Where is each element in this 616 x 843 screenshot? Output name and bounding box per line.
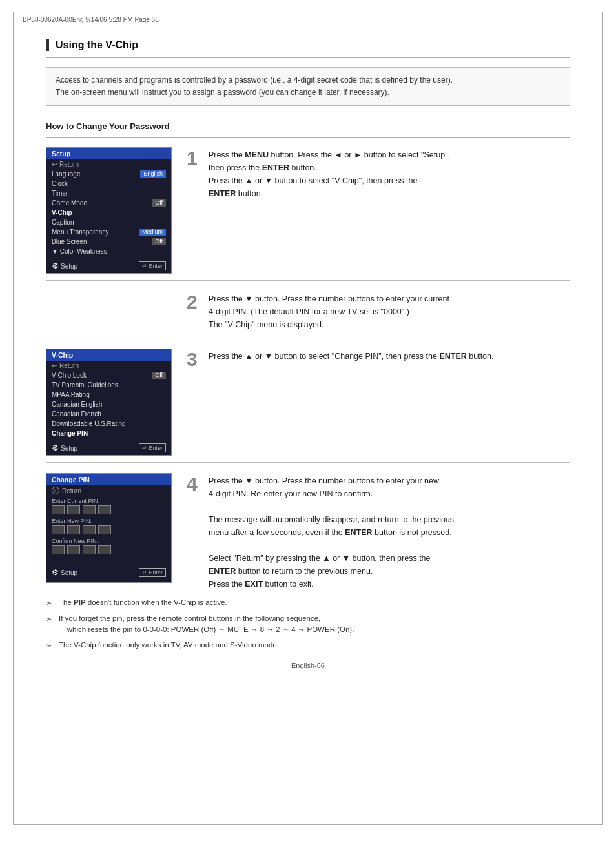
all-steps: Setup ↩ Return Language English Clock Ti… bbox=[46, 147, 570, 591]
vchip-canfrench: Canadian French bbox=[46, 409, 171, 419]
step2-content: 2 Press the ▼ button. Press the number b… bbox=[187, 291, 570, 331]
confirm-pin-box4 bbox=[98, 545, 111, 554]
setup-menu: Setup ↩ Return Language English Clock Ti… bbox=[46, 147, 172, 274]
changepin-confirm-label: Confirm New PIN. bbox=[46, 535, 171, 545]
step2-inner: 2 Press the ▼ button. Press the number b… bbox=[187, 291, 570, 331]
vchip-menu-title: V-Chip bbox=[46, 349, 171, 361]
changepin-new-pins bbox=[46, 525, 171, 535]
vchip-lock: V-Chip Lock Off bbox=[46, 371, 171, 380]
confirm-pin-box1 bbox=[52, 545, 65, 554]
page-border: BP68-00620A-00Eng 9/14/06 5:28 PM Page 6… bbox=[13, 12, 603, 825]
changepin-menu-title: Change PIN bbox=[46, 474, 171, 485]
note1-row: ➣ The PIP doesn't function when the V-Ch… bbox=[46, 597, 570, 609]
step2-num: 2 bbox=[187, 292, 202, 312]
content-area: Using the V-Chip Access to channels and … bbox=[14, 26, 602, 693]
steps-divider bbox=[46, 137, 570, 138]
new-pin-box3 bbox=[83, 525, 96, 534]
vchip-footer: ⚙ Setup ↵ Enter bbox=[46, 441, 171, 455]
note3-row: ➣ The V-Chip function only works in TV, … bbox=[46, 640, 570, 652]
confirm-pin-box2 bbox=[67, 545, 80, 554]
setup-caption: Caption bbox=[46, 218, 171, 227]
step2-divider bbox=[46, 338, 570, 338]
setup-gamemode: Game Mode Off bbox=[46, 198, 171, 208]
page-number: English-66 bbox=[46, 655, 570, 673]
new-pin-box1 bbox=[52, 525, 65, 534]
changepin-new-label: Enter New PIN. bbox=[46, 515, 171, 525]
header-bar: BP68-00620A-00Eng 9/14/06 5:28 PM Page 6… bbox=[14, 12, 602, 26]
setup-timer: Timer bbox=[46, 188, 171, 198]
step3-inner: 3 Press the ▲ or ▼ button to select "Cha… bbox=[187, 349, 570, 369]
step1-inner: 1 Press the MENU button. Press the ◄ or … bbox=[187, 147, 570, 200]
step1-text: Press the MENU button. Press the ◄ or ► … bbox=[209, 147, 570, 200]
confirm-pin-box3 bbox=[83, 545, 96, 554]
step1-row: Setup ↩ Return Language English Clock Ti… bbox=[46, 147, 570, 274]
step4-inner: 4 Press the ▼ button. Press the number b… bbox=[187, 473, 570, 591]
new-pin-box2 bbox=[67, 525, 80, 534]
step4-num: 4 bbox=[187, 474, 202, 494]
pin-box1 bbox=[52, 505, 65, 514]
changepin-return-circle: ↩ bbox=[52, 487, 59, 494]
step3-screen: V-Chip ↩ Return V-Chip Lock Off TV Paren… bbox=[46, 349, 175, 456]
setup-colorweakness: ▼ Color Weakness bbox=[46, 247, 171, 256]
vchip-menu: V-Chip ↩ Return V-Chip Lock Off TV Paren… bbox=[46, 349, 172, 456]
intro-line1: Access to channels and programs is contr… bbox=[56, 74, 560, 86]
vchip-changepin: Change PIN bbox=[46, 429, 171, 438]
step2-text: Press the ▼ button. Press the number but… bbox=[209, 291, 570, 331]
changepin-confirm-pins bbox=[46, 545, 171, 555]
step1-screen: Setup ↩ Return Language English Clock Ti… bbox=[46, 147, 175, 274]
step4-row: Change PIN ↩ Return Enter Current PIN bbox=[46, 473, 570, 591]
step3-text: Press the ▲ or ▼ button to select "Chang… bbox=[209, 349, 570, 363]
vchip-gear-icon: ⚙ bbox=[52, 443, 59, 452]
setup-clock: Clock bbox=[46, 179, 171, 188]
section-title-bar: Using the V-Chip bbox=[46, 39, 570, 51]
step1-content: 1 Press the MENU button. Press the ◄ or … bbox=[187, 147, 570, 200]
note3-text: The V-Chip function only works in TV, AV… bbox=[59, 640, 279, 651]
enter-label: ↵ Enter bbox=[139, 261, 166, 270]
vchip-tvparental: TV Parental Guidelines bbox=[46, 380, 171, 390]
changepin-return: ↩ Return bbox=[46, 485, 171, 496]
note2-arrow: ➣ bbox=[46, 613, 55, 625]
step4-text: Press the ▼ button. Press the number but… bbox=[209, 473, 570, 591]
vchip-return-icon: ↩ bbox=[52, 362, 57, 369]
step4-content: 4 Press the ▼ button. Press the number b… bbox=[187, 473, 570, 591]
pin-box3 bbox=[83, 505, 96, 514]
new-pin-box4 bbox=[98, 525, 111, 534]
setup-vchip: V-Chip bbox=[46, 208, 171, 218]
setup-bluescreen: Blue Screen Off bbox=[46, 237, 171, 247]
step3-content: 3 Press the ▲ or ▼ button to select "Cha… bbox=[187, 349, 570, 369]
intro-line2: The on-screen menu will instruct you to … bbox=[56, 86, 560, 99]
gear-icon: ⚙ bbox=[52, 261, 59, 270]
vchip-downloadable: Downloadable U.S.Rating bbox=[46, 419, 171, 429]
step3-divider bbox=[46, 462, 570, 463]
step3-row: V-Chip ↩ Return V-Chip Lock Off TV Paren… bbox=[46, 349, 570, 456]
header-text: BP68-00620A-00Eng 9/14/06 5:28 PM Page 6… bbox=[23, 16, 159, 23]
vchip-canenglish: Canadian English bbox=[46, 400, 171, 409]
note2-row: ➣ If you forget the pin, press the remot… bbox=[46, 613, 570, 636]
setup-footer: ⚙ Setup ↵ Enter bbox=[46, 259, 171, 273]
subsection-title: How to Change Your Password bbox=[46, 121, 570, 131]
return-icon: ↩ bbox=[52, 161, 57, 168]
changepin-enter-label: ↵ Enter bbox=[139, 568, 166, 577]
setup-language: Language English bbox=[46, 169, 171, 179]
section-divider bbox=[46, 57, 570, 58]
setup-return: ↩ Return bbox=[46, 159, 171, 169]
step4-screen: Change PIN ↩ Return Enter Current PIN bbox=[46, 473, 175, 583]
changepin-footer: ⚙ Setup ↵ Enter bbox=[46, 565, 171, 580]
note1-text: The PIP doesn't function when the V-Chip… bbox=[59, 597, 227, 608]
changepin-current-label: Enter Current PIN bbox=[46, 496, 171, 505]
setup-footer-setup: ⚙ Setup bbox=[52, 261, 77, 270]
pin-box4 bbox=[98, 505, 111, 514]
step2-row: 2 Press the ▼ button. Press the number b… bbox=[46, 291, 570, 331]
changepin-gear-icon: ⚙ bbox=[52, 568, 59, 577]
section-title: Using the V-Chip bbox=[56, 39, 138, 50]
step3-num: 3 bbox=[187, 350, 202, 369]
changepin-menu: Change PIN ↩ Return Enter Current PIN bbox=[46, 473, 172, 583]
notes-section: ➣ The PIP doesn't function when the V-Ch… bbox=[46, 597, 570, 651]
pin-box2 bbox=[67, 505, 80, 514]
note2-text: If you forget the pin, press the remote … bbox=[59, 613, 354, 636]
changepin-current-pins bbox=[46, 505, 171, 515]
setup-menu-title: Setup bbox=[46, 148, 171, 159]
note3-arrow: ➣ bbox=[46, 640, 55, 652]
intro-box: Access to channels and programs is contr… bbox=[46, 67, 570, 106]
step1-divider bbox=[46, 280, 570, 281]
